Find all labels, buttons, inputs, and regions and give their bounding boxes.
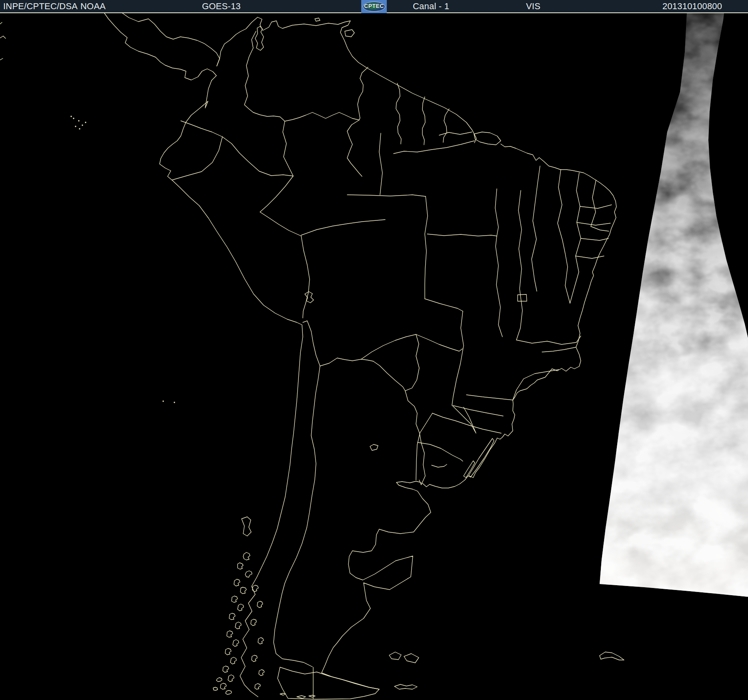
noaa-label: NOAA [80, 1, 106, 12]
header-bar: INPE/CPTEC/DSA NOAA GOES-13 CPTEC Canal … [0, 0, 748, 13]
satellite-label: GOES-13 [202, 1, 241, 12]
timestamp-label: 201310100800 [662, 1, 722, 12]
islet-dot [174, 402, 175, 403]
satellite-image-viewer: INPE/CPTEC/DSA NOAA GOES-13 CPTEC Canal … [0, 0, 748, 700]
islet-dot [75, 126, 76, 127]
agency-label: INPE/CPTEC/DSA [3, 1, 78, 12]
channel-label: Canal - 1 [413, 1, 449, 12]
band-label: VIS [526, 1, 540, 12]
islet-dot [162, 400, 164, 402]
cptec-logo: CPTEC [361, 0, 387, 13]
satellite-map [0, 0, 748, 700]
islet-dot [82, 124, 83, 126]
islet-dot [78, 120, 79, 121]
islet-dot [79, 128, 80, 129]
islet-dot [85, 122, 86, 123]
islet-dot [70, 116, 72, 117]
cptec-logo-text: CPTEC [361, 3, 387, 9]
islet-dot [73, 118, 74, 119]
